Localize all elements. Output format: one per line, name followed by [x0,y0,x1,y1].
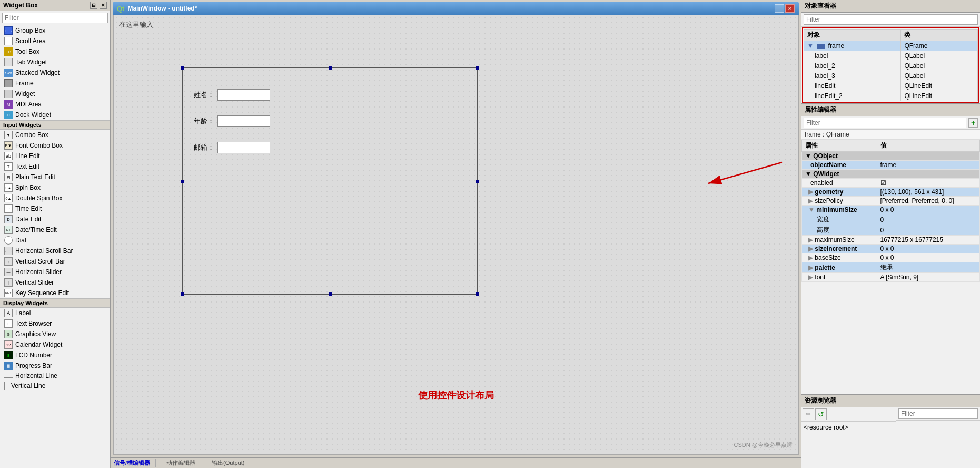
widget-box-close-btn[interactable]: ✕ [100,2,107,9]
display-widgets-section[interactable]: Display Widgets [0,298,110,308]
pe-prop-sizeincrement: ▶ sizeIncrement [802,245,877,253]
widget-item-dock-widget[interactable]: D Dock Widget [0,110,110,120]
frame-tree-icon: ▼ [807,42,814,50]
oi-row-lineedit2[interactable]: lineEdit_2 QLineEdit [804,91,978,101]
pe-row-basesize[interactable]: ▶ baseSize 0 x 0 [802,253,980,262]
widget-item-date-edit[interactable]: D Date Edit [0,214,110,225]
status-action-editor[interactable]: 动作编辑器 [166,459,201,467]
widget-item-stacked-widget[interactable]: SW Stacked Widget [0,67,110,78]
rb-filter-input[interactable] [898,408,978,419]
widget-item-label: Vertical Slider [15,279,54,286]
widget-item-horizontal-line[interactable]: Horizontal Line [0,371,110,381]
font-combo-box-icon: F▼ [4,141,13,150]
pe-row-height[interactable]: 高度 0 [802,225,980,236]
widget-item-vertical-scroll-bar[interactable]: ↑ Vertical Scroll Bar [0,256,110,267]
main-window-hint: 在这里输入 [119,20,153,30]
widget-item-time-edit[interactable]: T: Time Edit [0,203,110,214]
pe-row-sizepolicy[interactable]: ▶ sizePolicy [Preferred, Preferred, 0, 0… [802,197,980,206]
widget-item-graphics-view[interactable]: G Graphics View [0,329,110,339]
pe-row-sizeincrement[interactable]: ▶ sizeIncrement 0 x 0 [802,245,980,253]
oi-filter-area [801,13,980,27]
widget-item-combo-box[interactable]: ▼ Combo Box [0,130,110,140]
widget-item-vertical-slider[interactable]: | Vertical Slider [0,277,110,288]
rb-refresh-btn[interactable]: ↺ [815,408,827,420]
name-input[interactable] [217,89,270,101]
widget-item-double-spin-box[interactable]: 0▲ Double Spin Box [0,193,110,203]
pe-row-font[interactable]: ▶ font A [SimSun, 9] [802,273,980,282]
widget-item-plain-text-edit[interactable]: Pl Plain Text Edit [0,172,110,182]
widget-item-key-sequence-edit[interactable]: KEY Key Sequence Edit [0,288,110,298]
age-input[interactable] [217,115,270,127]
oi-row-frame[interactable]: ▼ frame QFrame [804,41,978,51]
oi-row-lineedit[interactable]: lineEdit QLineEdit [804,81,978,91]
main-window-content[interactable]: 在这里输入 姓名： 年龄： [113,15,799,455]
widget-item-vertical-line[interactable]: Vertical Line [0,381,110,391]
frame-widget-icon [817,44,825,49]
widget-item-label: Tab Widget [15,58,47,66]
form-row-email: 邮箱： [193,142,270,153]
widget-item-horizontal-slider[interactable]: — Horizontal Slider [0,267,110,277]
widget-box-minimize-btn[interactable]: ⊟ [90,2,97,9]
pe-row-minimumsize[interactable]: ▼ minimumSize 0 x 0 [802,206,980,214]
widget-item-label[interactable]: A Label [0,308,110,318]
frame-widget[interactable]: 姓名： 年龄： 邮箱： [182,67,478,295]
widget-box-filter-area [0,11,110,25]
widget-item-horizontal-scroll-bar[interactable]: ←→ Horizontal Scroll Bar [0,246,110,256]
widget-item-spin-box[interactable]: 0▲ Spin Box [0,182,110,193]
widget-box-filter-input[interactable] [2,13,108,23]
pe-add-button[interactable]: + [968,118,978,128]
oi-cell-label-class: QLabel [901,51,978,61]
main-window-close-btn[interactable]: ✕ [785,4,795,13]
main-window-minimize-btn[interactable]: — [775,4,784,13]
rb-edit-btn[interactable]: ✏ [803,408,814,420]
pe-row-maximumsize[interactable]: ▶ maximumSize 16777215 x 16777215 [802,236,980,245]
widget-item-calendar-widget[interactable]: 12 Calendar Widget [0,339,110,350]
rb-root-item[interactable]: <resource root> [804,424,848,431]
oi-row-label3[interactable]: label_3 QLabel [804,71,978,81]
pe-row-enabled[interactable]: enabled ☑ [802,179,980,188]
input-widgets-section[interactable]: Input Widgets [0,120,110,130]
pe-prop-sizepolicy: ▶ sizePolicy [802,197,877,206]
oi-cell-label3-object: label_3 [804,71,901,81]
widget-item-lcd-number[interactable]: 8 LCD Number [0,350,110,360]
pe-row-objectname[interactable]: objectName frame [802,161,980,170]
pe-row-width[interactable]: 宽度 0 [802,214,980,225]
oi-filter-input[interactable] [804,14,978,25]
svg-line-1 [708,162,782,183]
status-signals-slots[interactable]: 信号/槽编辑器 [114,459,156,467]
group-box-icon: GB [4,26,13,35]
object-inspector: 对象查看器 对象 类 ▼ [801,0,980,104]
widget-item-text-edit[interactable]: T Text Edit [0,161,110,172]
widget-item-font-combo-box[interactable]: F▼ Font Combo Box [0,140,110,151]
age-label: 年龄： [193,116,214,126]
widget-item-label: Double Spin Box [15,194,62,202]
pe-filter-input[interactable] [804,118,966,128]
widget-item-tab-widget[interactable]: Tab Widget [0,57,110,67]
graphics-view-icon: G [4,330,13,338]
pe-prop-font: ▶ font [802,273,877,282]
widget-item-mdi-area[interactable]: M MDI Area [0,99,110,110]
watermark: CSDN @今晚必早点睡 [734,441,793,449]
widget-item-text-browser[interactable]: IE Text Browser [0,318,110,329]
form-row-age: 年龄： [193,115,270,127]
widget-item-dial[interactable]: Dial [0,235,110,246]
oi-row-label[interactable]: label QLabel [804,51,978,61]
status-output[interactable]: 输出(Output) [212,459,250,467]
widget-item-progress-bar[interactable]: ▓ Progress Bar [0,360,110,371]
widget-item-line-edit[interactable]: ab Line Edit [0,151,110,161]
pe-row-palette[interactable]: ▶ palette 继承 [802,262,980,273]
widget-item-tool-box[interactable]: TB Tool Box [0,46,110,57]
widget-item-datetime-edit[interactable]: DT Date/Time Edit [0,225,110,235]
widget-item-group-box[interactable]: GB Group Box [0,25,110,36]
widget-item-scroll-area[interactable]: Scroll Area [0,36,110,46]
widget-item-widget[interactable]: Widget [0,89,110,99]
rb-left: ✏ ↺ <resource root> [801,407,896,468]
oi-row-label2[interactable]: label_2 QLabel [804,61,978,71]
pe-section-qwidget-label: ▼ QWidget [802,170,980,179]
pe-filter-row: + [801,116,980,130]
widget-item-frame[interactable]: Frame [0,78,110,89]
email-input[interactable] [217,142,270,153]
pe-row-geometry[interactable]: ▶ geometry [(130, 100), 561 x 431] [802,188,980,197]
calendar-widget-icon: 12 [4,340,13,349]
oi-cell-lineedit-object: lineEdit [804,81,901,91]
